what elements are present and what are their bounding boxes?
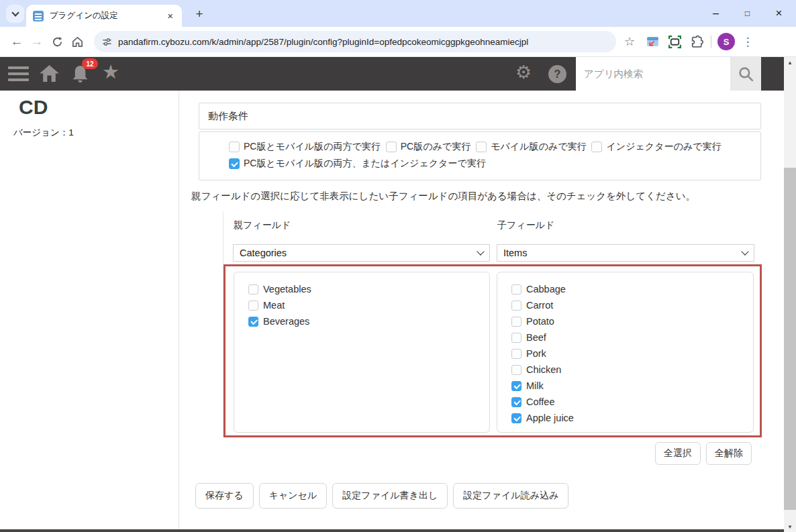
- home-button[interactable]: [67, 32, 87, 52]
- tab-favicon-icon: [33, 11, 44, 21]
- url-text[interactable]: pandafirm.cybozu.com/k/admin/app/2587/pl…: [118, 37, 528, 47]
- checkbox[interactable]: [248, 317, 258, 327]
- checkbox-label: Chicken: [526, 364, 561, 375]
- select-all-button[interactable]: 全選択: [655, 442, 701, 465]
- conditions-row-1: PC版とモバイル版の両方で実行 PC版のみで実行 モバイル版のみで実行 インジェ…: [229, 141, 760, 153]
- checkbox[interactable]: [511, 381, 521, 391]
- browser-tab[interactable]: プラグインの設定 ×: [26, 5, 182, 27]
- checkbox[interactable]: [511, 413, 521, 423]
- browser-window: プラグインの設定 × + – □ × ← → pandafirm.cybozu.…: [0, 0, 796, 532]
- child-option-coffee[interactable]: Coffee: [511, 394, 753, 410]
- toolbar-divider: [711, 36, 711, 48]
- app-search-button[interactable]: [730, 57, 761, 91]
- checkbox-label: Meat: [263, 300, 285, 311]
- help-icon[interactable]: ?: [548, 65, 566, 83]
- child-field-select[interactable]: Items: [497, 244, 754, 262]
- checkbox[interactable]: [511, 284, 521, 295]
- condition-pc-only[interactable]: PC版のみで実行: [386, 141, 470, 153]
- parent-field-select[interactable]: Categories: [233, 244, 490, 262]
- selected-value: Items: [503, 248, 527, 258]
- forward-button[interactable]: →: [27, 32, 47, 52]
- condition-both-pc-mobile[interactable]: PC版とモバイル版の両方で実行: [229, 141, 381, 153]
- child-option-potato[interactable]: Potato: [511, 313, 753, 329]
- minimize-button[interactable]: –: [700, 0, 732, 27]
- window-controls: – □ ×: [700, 0, 795, 27]
- child-option-beef[interactable]: Beef: [511, 329, 753, 345]
- checkbox[interactable]: [511, 349, 521, 359]
- close-button[interactable]: ×: [763, 0, 795, 27]
- chevron-down-icon: [477, 248, 484, 255]
- checkbox-label: インジェクターのみで実行: [606, 141, 721, 153]
- list-action-buttons: 全選択 全解除: [655, 442, 752, 465]
- field-lists-highlight-box: Vegetables Meat Beverages Cabbage: [223, 264, 762, 437]
- back-button[interactable]: ←: [7, 32, 27, 52]
- tab-search-button[interactable]: [6, 5, 24, 23]
- bookmark-star-icon[interactable]: ☆: [620, 32, 639, 51]
- tab-strip: プラグインの設定 × + – □ ×: [0, 0, 796, 27]
- instruction-text: 親フィールドの選択に応じて非表示にしたい子フィールドの項目がある場合は、そのチェ…: [191, 190, 695, 203]
- child-option-chicken[interactable]: Chicken: [511, 362, 753, 378]
- app-header: 12 ★ ⚙ ?: [0, 57, 784, 91]
- checkbox-label: Milk: [526, 380, 544, 391]
- checkbox[interactable]: [248, 301, 258, 311]
- parent-option-meat[interactable]: Meat: [248, 297, 489, 313]
- checkbox[interactable]: [229, 142, 240, 152]
- child-option-carrot[interactable]: Carrot: [511, 297, 753, 313]
- portal-home-icon[interactable]: [39, 64, 60, 85]
- parent-options-panel: Vegetables Meat Beverages: [234, 272, 490, 433]
- extensions-puzzle-icon[interactable]: [689, 34, 705, 50]
- checkbox[interactable]: [476, 142, 487, 152]
- hamburger-menu-icon[interactable]: [8, 66, 29, 81]
- new-tab-button[interactable]: +: [191, 5, 208, 23]
- checkbox[interactable]: [511, 397, 521, 407]
- profile-avatar[interactable]: S: [717, 33, 735, 50]
- parent-option-beverages[interactable]: Beverages: [248, 313, 489, 329]
- plugin-sidebar: CD バージョン：1: [0, 91, 179, 529]
- panel-extension-icon[interactable]: [644, 34, 660, 50]
- export-config-button[interactable]: 設定ファイル書き出し: [332, 483, 448, 509]
- condition-both-or-injector[interactable]: PC版とモバイル版の両方、またはインジェクターで実行: [229, 158, 486, 170]
- checkbox[interactable]: [229, 158, 240, 169]
- plugin-config-content: 動作条件 PC版とモバイル版の両方で実行 PC版のみで実行 モバイル版のみで実行: [179, 91, 784, 532]
- checkbox[interactable]: [591, 142, 602, 152]
- maximize-button[interactable]: □: [732, 0, 763, 27]
- child-option-apple-juice[interactable]: Apple juice: [511, 410, 753, 426]
- child-field-label: 子フィールド: [497, 219, 554, 231]
- child-option-milk[interactable]: Milk: [511, 378, 753, 394]
- checkbox[interactable]: [511, 333, 521, 343]
- child-option-cabbage[interactable]: Cabbage: [511, 281, 753, 297]
- browser-menu-icon[interactable]: ⋮: [741, 35, 754, 49]
- scroll-up-arrow[interactable]: ▲: [784, 57, 796, 68]
- tab-close-icon[interactable]: ×: [165, 10, 175, 21]
- form-buttons: 保存する キャンセル 設定ファイル書き出し 設定ファイル読み込み: [195, 483, 568, 509]
- selected-value: Categories: [240, 248, 287, 258]
- cancel-button[interactable]: キャンセル: [259, 483, 328, 509]
- condition-injector-only[interactable]: インジェクターのみで実行: [591, 141, 721, 153]
- settings-gear-icon[interactable]: ⚙: [515, 62, 532, 83]
- reload-button[interactable]: [47, 32, 67, 52]
- checkbox[interactable]: [511, 365, 521, 375]
- save-button[interactable]: 保存する: [195, 483, 254, 509]
- app-search-input[interactable]: [576, 57, 730, 91]
- checkbox[interactable]: [248, 284, 258, 295]
- parent-option-vegetables[interactable]: Vegetables: [248, 281, 489, 297]
- condition-mobile-only[interactable]: モバイル版のみで実行: [476, 141, 586, 153]
- scrollbar-thumb[interactable]: [784, 168, 796, 510]
- checkbox[interactable]: [386, 142, 397, 152]
- checkbox[interactable]: [511, 317, 521, 327]
- favorites-star-icon[interactable]: ★: [102, 60, 119, 83]
- screenshot-extension-icon[interactable]: [666, 34, 683, 50]
- child-option-pork[interactable]: Pork: [511, 345, 753, 362]
- notification-badge: 12: [82, 58, 98, 69]
- checkbox-label: Potato: [526, 316, 554, 327]
- page-scrollbar[interactable]: ▲ ▼: [784, 57, 796, 532]
- checkbox-label: PC版のみで実行: [401, 141, 470, 153]
- site-settings-icon[interactable]: [102, 37, 112, 47]
- checkbox-label: Cabbage: [526, 284, 566, 295]
- deselect-all-button[interactable]: 全解除: [706, 442, 752, 465]
- scroll-down-arrow[interactable]: ▼: [784, 521, 796, 532]
- import-config-button[interactable]: 設定ファイル読み込み: [453, 483, 568, 509]
- address-bar[interactable]: pandafirm.cybozu.com/k/admin/app/2587/pl…: [94, 31, 616, 52]
- checkbox[interactable]: [511, 301, 521, 311]
- chevron-down-icon: [11, 9, 19, 16]
